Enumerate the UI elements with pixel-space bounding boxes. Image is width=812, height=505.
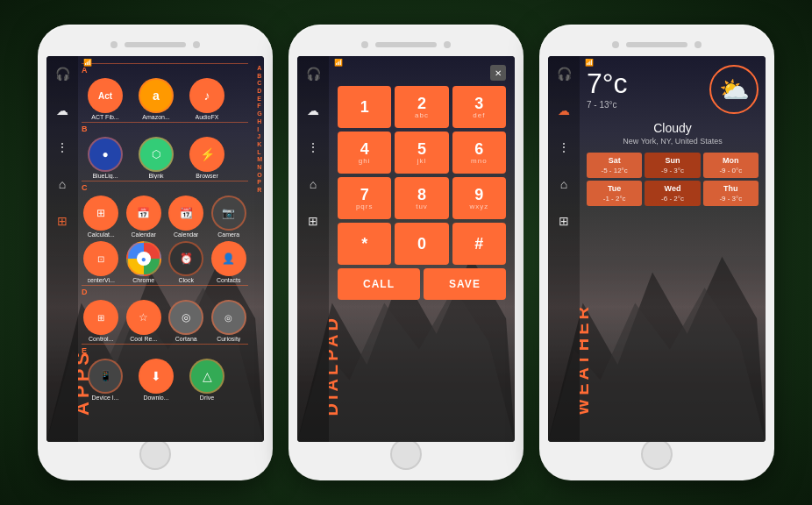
forecast-thu[interactable]: Thu -9 - 3°c xyxy=(703,181,759,206)
dial-key-6[interactable]: 6 mno xyxy=(452,132,506,174)
call-button[interactable]: CALL xyxy=(338,268,420,300)
weather-sidebar: 🎧 ☁ ⋮ ⌂ ⊞ xyxy=(548,56,580,442)
app-item-bluelight[interactable]: ● BlueLig... xyxy=(82,137,129,179)
temp-range: 7 - 13°c xyxy=(587,100,628,110)
home-button-dialpad[interactable] xyxy=(390,438,422,470)
dial-key-7[interactable]: 7 pqrs xyxy=(338,177,391,219)
alpha-k[interactable]: K xyxy=(257,141,262,148)
dial-key-4[interactable]: 4 ghi xyxy=(338,132,391,174)
dial-key-9[interactable]: 9 wxyz xyxy=(452,177,506,219)
app-item-control[interactable]: ⊞ Control... xyxy=(82,300,121,342)
app-item-blynk[interactable]: ⬡ Blynk xyxy=(132,137,180,179)
app-item-actfib[interactable]: Act ACT Fib... xyxy=(82,78,129,120)
forecast-wed[interactable]: Wed -6 - 2°c xyxy=(645,181,700,206)
sidebar-icon-home-3[interactable]: ⌂ xyxy=(553,174,574,195)
phone-bottom-weather xyxy=(641,442,673,466)
app-item-contacts[interactable]: 👤 Contacts xyxy=(210,241,249,283)
app-item-downloads[interactable]: ⬇ Downlo... xyxy=(132,359,180,401)
app-item-amazon[interactable]: a Amazon... xyxy=(132,78,180,120)
app-item-calendar1[interactable]: 📅 Calendar xyxy=(125,196,164,238)
app-item-drive[interactable]: △ Drive xyxy=(183,359,231,401)
sidebar-icon-grid-3[interactable]: ⋮ xyxy=(553,137,574,158)
sidebar-icon-apps-active[interactable]: ⊞ xyxy=(52,210,73,231)
app-item-centervid[interactable]: ⊡ centerVi... xyxy=(82,241,121,283)
forecast-sun[interactable]: Sun -9 - 3°c xyxy=(645,153,700,178)
app-name-blynk: Blynk xyxy=(148,173,163,179)
app-row-b: ● BlueLig... ⬡ Blynk ⚡ Browser xyxy=(82,137,248,179)
alpha-j[interactable]: J xyxy=(257,133,262,140)
app-icon-calendar1: 📅 xyxy=(126,196,161,231)
dial-key-5[interactable]: 5 jkl xyxy=(395,132,448,174)
sidebar-icon-headphone[interactable]: 🎧 xyxy=(52,63,73,84)
app-name-drive: Drive xyxy=(200,395,214,401)
app-item-chrome[interactable]: ● Chrome xyxy=(125,241,164,283)
dial-num-1: 1 xyxy=(360,99,369,115)
partly-cloudy-icon: ⛅ xyxy=(719,75,750,104)
sidebar-icon-cloud-3[interactable]: ☁ xyxy=(553,100,574,121)
phone-weather: 🎧 ☁ ⋮ ⌂ ⊞ 📶 7°c 7 - 13°c ⛅ xyxy=(539,25,774,480)
dialpad-vertical-label: DIALPAD xyxy=(329,315,342,416)
save-button[interactable]: SAVE xyxy=(424,268,506,300)
alpha-i[interactable]: I xyxy=(257,126,262,133)
alpha-n[interactable]: N xyxy=(257,164,262,171)
app-item-calendar2[interactable]: 📆 Calendar xyxy=(167,196,206,238)
dial-key-0[interactable]: 0 xyxy=(395,223,448,265)
forecast-tue[interactable]: Tue -1 - 2°c xyxy=(587,181,642,206)
app-item-cortana[interactable]: ◎ Cortana xyxy=(167,300,206,342)
dial-key-star[interactable]: * xyxy=(338,223,391,265)
sidebar-icon-headphone-2[interactable]: 🎧 xyxy=(303,63,324,84)
sidebar-icon-cloud-2[interactable]: ☁ xyxy=(303,100,324,121)
dial-key-3[interactable]: 3 def xyxy=(452,86,506,128)
app-icon-blynk: ⬡ xyxy=(139,137,174,172)
app-row-e: 📱 Device I... ⬇ Downlo... △ Drive xyxy=(82,359,248,401)
app-item-camera[interactable]: 📷 Camera xyxy=(210,196,249,238)
sidebar-icon-apps-2[interactable]: ⊞ xyxy=(303,210,324,231)
app-item-browser[interactable]: ⚡ Browser xyxy=(183,137,231,179)
sidebar-icon-home-2[interactable]: ⌂ xyxy=(303,174,324,195)
alpha-p[interactable]: P xyxy=(257,179,262,186)
app-icon-browser: ⚡ xyxy=(189,137,224,172)
weather-vertical-label: WEATHER xyxy=(580,303,593,416)
app-icon-cortana: ◎ xyxy=(168,300,203,335)
alpha-l[interactable]: L xyxy=(257,149,262,156)
sidebar-icon-grid[interactable]: ⋮ xyxy=(52,137,73,158)
alpha-f[interactable]: F xyxy=(257,103,262,110)
dialpad-area: ✕ 1 2 abc 3 def 4 xyxy=(338,82,506,433)
app-row-c1: ⊞ Calculat... 📅 Calendar 📆 Calendar 📷 Ca… xyxy=(82,196,248,238)
dialpad-screen: 🎧 ☁ ⋮ ⌂ ⊞ 📶 ✕ 1 2 abc xyxy=(297,56,515,442)
alpha-c[interactable]: C xyxy=(257,80,262,87)
dialpad-content: 📶 ✕ 1 2 abc 3 def xyxy=(329,56,515,442)
app-item-clock[interactable]: ⏰ Clock xyxy=(167,241,206,283)
home-button-weather[interactable] xyxy=(641,438,673,470)
app-item-audiofx[interactable]: ♪ AudioFX xyxy=(183,78,231,120)
sidebar-icon-grid-2[interactable]: ⋮ xyxy=(303,137,324,158)
alpha-d[interactable]: D xyxy=(257,88,262,95)
dial-sub-4: ghi xyxy=(359,157,371,165)
alpha-h[interactable]: H xyxy=(257,118,262,125)
dial-key-2[interactable]: 2 abc xyxy=(395,86,448,128)
alpha-r[interactable]: R xyxy=(257,187,262,194)
alpha-m[interactable]: M xyxy=(257,156,262,163)
sidebar-icon-headphone-3[interactable]: 🎧 xyxy=(553,63,574,84)
dial-sub-3: def xyxy=(473,111,485,119)
sidebar-icon-home[interactable]: ⌂ xyxy=(52,174,73,195)
app-item-calculator[interactable]: ⊞ Calculat... xyxy=(82,196,121,238)
dial-key-1[interactable]: 1 xyxy=(338,86,391,128)
forecast-sat[interactable]: Sat -5 - 12°c xyxy=(587,153,642,178)
dial-key-8[interactable]: 8 tuv xyxy=(395,177,448,219)
section-b: B xyxy=(82,122,248,135)
sidebar-icon-apps-3[interactable]: ⊞ xyxy=(553,210,574,231)
app-item-curiosity[interactable]: ◎ Curiosity xyxy=(210,300,249,342)
alphabet-bar[interactable]: A B C D E F G H I J K L M N O P R xyxy=(257,65,262,194)
home-button-apps[interactable] xyxy=(139,438,171,470)
dial-key-hash[interactable]: # xyxy=(452,223,506,265)
alpha-e[interactable]: E xyxy=(257,96,262,103)
forecast-mon[interactable]: Mon -9 - 0°c xyxy=(703,153,759,178)
phone-top-bar-weather xyxy=(546,35,767,54)
alpha-b[interactable]: B xyxy=(257,73,262,80)
app-item-coolre[interactable]: ☆ Cool Re... xyxy=(125,300,164,342)
dialpad-sidebar: 🎧 ☁ ⋮ ⌂ ⊞ xyxy=(297,56,329,442)
alpha-g[interactable]: G xyxy=(257,110,262,117)
alpha-o[interactable]: O xyxy=(257,172,262,179)
sidebar-icon-cloud[interactable]: ☁ xyxy=(52,100,73,121)
